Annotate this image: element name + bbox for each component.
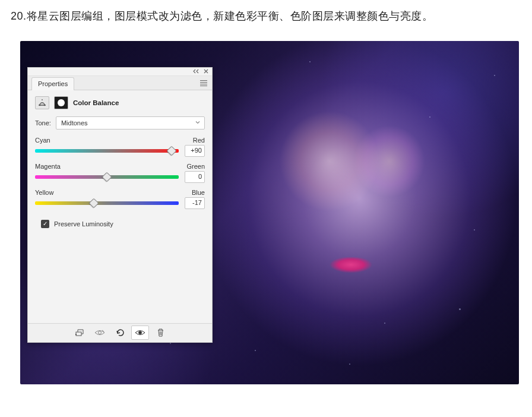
preserve-luminosity-label: Preserve Luminosity (54, 220, 113, 228)
panel-empty-space (35, 229, 205, 318)
red-label: Red (193, 137, 205, 144)
adjustment-title: Color Balance (73, 99, 119, 106)
yellow-blue-track[interactable] (35, 201, 179, 205)
preserve-luminosity-checkbox[interactable]: ✓ (41, 220, 49, 228)
panel-footer (28, 323, 212, 342)
reset-button[interactable] (111, 326, 129, 340)
svg-point-1 (44, 104, 45, 105)
svg-point-3 (99, 331, 102, 334)
chevron-down-icon (195, 119, 201, 127)
tab-properties[interactable]: Properties (31, 77, 74, 90)
panel-top-strip (28, 68, 212, 76)
cyan-red-track[interactable] (35, 149, 179, 153)
close-icon[interactable] (204, 69, 208, 74)
delete-button[interactable] (151, 326, 169, 340)
magenta-green-value[interactable]: 0 (185, 171, 205, 183)
blue-label: Blue (192, 189, 205, 196)
properties-panel: Properties Color Balance Tone: Midtones (27, 67, 213, 343)
green-label: Green (186, 163, 205, 170)
canvas-preview: Properties Color Balance Tone: Midtones (20, 41, 519, 384)
panel-menu-icon[interactable] (199, 78, 208, 88)
color-balance-icon (35, 96, 49, 109)
cyan-red-value[interactable]: +90 (185, 145, 205, 157)
artwork-lip-highlight (330, 257, 372, 274)
yellow-blue-thumb[interactable] (89, 198, 99, 208)
adjustment-header: Color Balance (35, 96, 205, 109)
tone-dropdown[interactable]: Midtones (56, 116, 205, 129)
cyan-red-thumb[interactable] (166, 146, 176, 156)
panel-tabbar: Properties (28, 76, 212, 90)
tone-value: Midtones (61, 119, 88, 127)
tutorial-step-text: 20.将星云图层编组，图层模式改为滤色，新建色彩平衡、色阶图层来调整颜色与亮度。 (11, 7, 521, 26)
tone-label: Tone: (35, 119, 51, 127)
svg-point-0 (39, 104, 40, 105)
collapse-icon[interactable] (193, 69, 200, 74)
magenta-green-slider: Magenta Green 0 (35, 163, 205, 183)
svg-point-4 (138, 331, 142, 334)
cyan-red-slider: Cyan Red +90 (35, 137, 205, 157)
yellow-blue-slider: Yellow Blue -17 (35, 189, 205, 209)
svg-rect-2 (76, 332, 81, 336)
toggle-visibility-button[interactable] (131, 326, 149, 340)
magenta-label: Magenta (35, 163, 61, 170)
magenta-green-track[interactable] (35, 175, 179, 179)
magenta-green-thumb[interactable] (102, 172, 112, 182)
cyan-label: Cyan (35, 137, 50, 144)
yellow-blue-value[interactable]: -17 (185, 197, 205, 209)
view-previous-button[interactable] (91, 326, 109, 340)
layer-mask-icon[interactable] (54, 96, 68, 109)
yellow-label: Yellow (35, 189, 53, 196)
clip-to-layer-button[interactable] (71, 326, 88, 340)
